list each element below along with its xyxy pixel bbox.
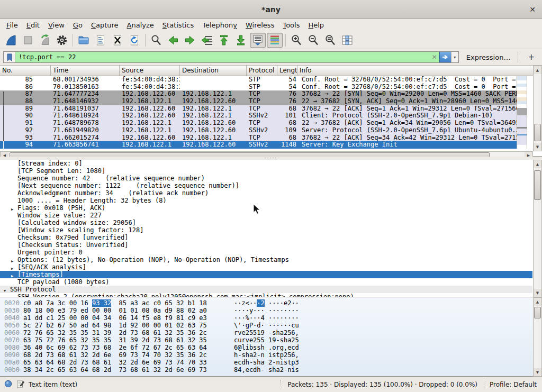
packet-row-91[interactable]: 9171.648789678192.168.122.1192.168.122.6… xyxy=(0,120,517,127)
expression-button[interactable]: Expression… xyxy=(466,53,511,61)
detail-line-tcp-payload[interactable]: TCP payload (1080 bytes) xyxy=(0,278,532,286)
add-filter-button[interactable]: + xyxy=(523,52,539,62)
hex-row[interactable]: 00a065 63 64 68 2d 73 68 61 32 2d 6e 69 … xyxy=(0,359,542,366)
col-time[interactable]: Time xyxy=(51,66,120,76)
detail-line[interactable]: Acknowledgment number: 34 (relative ack … xyxy=(0,189,532,197)
col-destination[interactable]: Destination xyxy=(180,66,247,76)
menu-file[interactable]: File xyxy=(2,20,22,31)
hex-row[interactable]: 00505c 27 b2 67 50 ad 64 98 1d 92 00 00 … xyxy=(0,322,542,329)
profile-label[interactable]: Profile: Default xyxy=(490,381,537,388)
close-file-icon[interactable] xyxy=(110,33,125,48)
scroll-up-icon[interactable]: ▲ xyxy=(534,298,541,306)
menu-telephony[interactable]: Telephony xyxy=(198,20,241,31)
packet-row-87[interactable]: 8771.647777234192.168.122.60192.168.122.… xyxy=(0,90,517,98)
zoom-100-icon[interactable] xyxy=(322,33,338,48)
col-protocol[interactable]: Protocol xyxy=(247,66,277,76)
open-file-icon[interactable] xyxy=(76,33,92,48)
hex-vscrollbar[interactable]: ▲ ▼ xyxy=(533,297,542,377)
packet-row-88[interactable]: 8871.648146932192.168.122.1192.168.122.6… xyxy=(0,98,517,105)
col-source[interactable]: Source xyxy=(120,66,180,76)
detail-line[interactable]: 1000 .... = Header Length: 32 bytes (8) xyxy=(0,197,532,204)
col-length[interactable]: Length xyxy=(277,66,297,76)
capture-options-icon[interactable] xyxy=(54,33,70,48)
restart-capture-icon[interactable] xyxy=(37,33,53,48)
detail-line[interactable]: [Window size scaling factor: 128] xyxy=(0,226,532,234)
menu-statistics[interactable]: Statistics xyxy=(158,20,198,31)
menu-tools[interactable]: Tools xyxy=(278,20,304,31)
filter-history-caret-icon[interactable]: ▾ xyxy=(451,52,458,62)
go-to-packet-icon[interactable] xyxy=(199,33,215,48)
hex-row[interactable]: 0040a1 dd c1 25 00 00 04 34 06 14 f5 e8 … xyxy=(0,314,542,322)
go-first-packet-icon[interactable] xyxy=(216,33,232,48)
menu-go[interactable]: Go xyxy=(69,20,87,31)
menu-capture[interactable]: Capture xyxy=(87,20,123,31)
detail-line[interactable]: Urgent pointer: 0 xyxy=(0,249,532,256)
scroll-down-icon[interactable]: ▼ xyxy=(534,289,541,297)
detail-line-ssh-protocol[interactable]: ▼SSH Protocol xyxy=(0,286,532,293)
filter-apply-icon[interactable] xyxy=(439,52,451,62)
detail-line[interactable]: Sequence number: 42 (relative sequence n… xyxy=(0,175,532,182)
hex-row[interactable]: 008036 40 6c 69 62 73 73 68 2e 6f 72 67 … xyxy=(0,344,542,351)
hex-row[interactable]: 009068 2d 73 68 61 32 2d 6e 69 73 74 70 … xyxy=(0,351,542,359)
detail-line[interactable]: [TCP Segment Len: 1080] xyxy=(0,167,532,175)
hex-row[interactable]: 003080 18 00 e3 79 ed 00 00 01 01 08 0a … xyxy=(0,307,542,314)
scroll-up-icon[interactable]: ▲ xyxy=(534,66,541,74)
filter-bookmark-icon[interactable] xyxy=(4,52,15,62)
reload-file-icon[interactable] xyxy=(127,33,142,48)
find-packet-icon[interactable] xyxy=(148,33,164,48)
packet-row-90[interactable]: 9071.648618924192.168.122.60192.168.122.… xyxy=(0,112,517,120)
scroll-down-icon[interactable]: ▼ xyxy=(534,368,541,376)
capture-comment-icon[interactable] xyxy=(16,380,24,389)
menu-wireless[interactable]: Wireless xyxy=(241,20,278,31)
resize-columns-icon[interactable] xyxy=(339,33,355,48)
detail-line[interactable]: [Calculated window size: 29056] xyxy=(0,219,532,226)
hex-row[interactable]: 0020c0 a8 7a 3c 00 16 93 32 85 a3 ac c0 … xyxy=(0,299,542,307)
intelligent-scrollbar-minimap[interactable] xyxy=(517,76,527,149)
hex-row[interactable]: 006072 76 65 32 35 35 31 39 2d 73 68 61 … xyxy=(0,329,542,336)
detail-line-timestamps-selected[interactable]: ▶[Timestamps] xyxy=(0,271,532,278)
detail-line[interactable]: [Checksum Status: Unverified] xyxy=(0,241,532,249)
auto-scroll-icon[interactable] xyxy=(250,33,266,48)
detail-line-seq-ack[interactable]: ▶[SEQ/ACK analysis] xyxy=(0,263,532,271)
hex-row[interactable]: 007063 75 72 76 65 32 35 35 31 39 2d 73 … xyxy=(0,336,542,344)
detail-line[interactable]: Window size value: 227 xyxy=(0,212,532,219)
scroll-up-icon[interactable]: ▲ xyxy=(534,160,541,168)
go-back-icon[interactable] xyxy=(165,33,181,48)
detail-line-options[interactable]: ▶Options: (12 bytes), No-Operation (NOP)… xyxy=(0,256,532,263)
filter-clear-icon[interactable]: ✕ xyxy=(430,52,439,62)
packet-row-94-selected[interactable]: 9471.663856741192.168.122.1192.168.122.6… xyxy=(0,141,517,149)
title-bar[interactable]: *any ✕ xyxy=(0,0,542,19)
detail-line[interactable]: Checksum: 0x79ed [unverified] xyxy=(0,234,532,241)
detail-line-ssh-version[interactable]: ▶SSH Version 2 (encryption:chacha20-poly… xyxy=(0,293,532,297)
packet-row-86[interactable]: 8670.013850163fe:54:00:d4:38:2aSTP54Conf… xyxy=(0,84,517,91)
detail-line[interactable]: [Next sequence number: 1122 (relative se… xyxy=(0,182,532,189)
col-info[interactable]: Info xyxy=(297,66,533,76)
menu-analyze[interactable]: Analyze xyxy=(123,20,158,31)
stop-capture-icon[interactable] xyxy=(20,33,36,48)
packet-list-vscrollbar[interactable]: ▲ ▼ xyxy=(533,66,542,151)
packet-row-89[interactable]: 8971.648191037192.168.122.60192.168.122.… xyxy=(0,105,517,113)
colorize-icon[interactable] xyxy=(267,33,283,48)
packet-row-85[interactable]: 8568.001734936fe:54:00:d4:38:2aSTP54Conf… xyxy=(0,76,517,84)
close-icon[interactable]: ✕ xyxy=(529,5,536,14)
detail-line[interactable]: [Stream index: 0] xyxy=(0,160,532,167)
go-forward-icon[interactable] xyxy=(182,33,198,48)
menu-view[interactable]: View xyxy=(44,20,69,31)
menu-edit[interactable]: Edit xyxy=(22,20,44,31)
zoom-out-icon[interactable] xyxy=(305,33,321,48)
go-last-packet-icon[interactable] xyxy=(233,33,249,48)
col-no[interactable]: No. xyxy=(0,66,51,76)
packet-row-92[interactable]: 9271.661949820192.168.122.1192.168.122.6… xyxy=(0,127,517,134)
detail-line-flags[interactable]: ▶Flags: 0x018 (PSH, ACK) xyxy=(0,204,532,212)
hex-row[interactable]: 00b038 34 2c 65 63 64 68 2d 73 68 61 32 … xyxy=(0,366,542,373)
start-capture-icon[interactable] xyxy=(3,33,19,48)
scroll-down-icon[interactable]: ▼ xyxy=(534,143,541,151)
toolbar-separator xyxy=(145,34,146,47)
details-vscrollbar[interactable]: ▲ ▼ xyxy=(533,160,542,297)
filter-input[interactable] xyxy=(15,52,430,62)
packet-row-93[interactable]: 9371.662015274192.168.122.60192.168.122.… xyxy=(0,134,517,142)
menu-help[interactable]: Help xyxy=(304,20,328,31)
save-file-icon[interactable] xyxy=(93,33,109,48)
zoom-in-icon[interactable] xyxy=(288,33,304,48)
expert-info-icon[interactable] xyxy=(4,380,12,389)
